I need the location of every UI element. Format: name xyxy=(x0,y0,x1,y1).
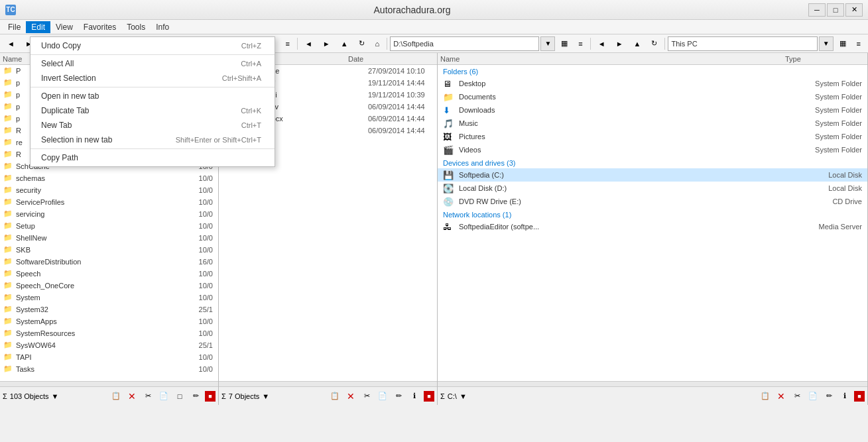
drives-header: Devices and drives (3) xyxy=(438,156,867,168)
list-item[interactable]: 📁schemas10/0 xyxy=(0,172,218,184)
left-status-copy[interactable]: 📋 xyxy=(109,390,123,403)
mid-status-count[interactable]: 7 Objects xyxy=(229,392,259,400)
toolbar-refresh-right[interactable]: ↻ xyxy=(647,36,662,51)
toolbar-back-left[interactable]: ◄ xyxy=(3,36,19,51)
toolbar-home-mid[interactable]: ⌂ xyxy=(371,36,385,51)
right-status-dropdown[interactable]: ▼ xyxy=(460,392,467,400)
left-status-paste[interactable]: 📄 xyxy=(157,390,170,403)
list-item[interactable]: 📁ServiceProfiles10/0 xyxy=(0,196,218,208)
ctx-undo-copy[interactable]: Undo Copy Ctrl+Z xyxy=(31,38,275,53)
tree-item-drive-e[interactable]: 💿 DVD RW Drive (E:) CD Drive xyxy=(438,195,867,208)
left-status-delete[interactable]: ✕ xyxy=(125,390,139,403)
ctx-select-all[interactable]: Select All Ctrl+A xyxy=(31,56,275,71)
tree-item-drive-c[interactable]: 💾 Softpedia (C:) Local Disk xyxy=(438,168,867,182)
ctx-copy-path[interactable]: Copy Path xyxy=(31,150,275,165)
toolbar-btn-list-right[interactable]: ≡ xyxy=(852,36,865,51)
tree-item[interactable]: 🖥 Desktop System Folder xyxy=(438,77,867,90)
ctx-new-tab[interactable]: New Tab Ctrl+T xyxy=(31,118,275,133)
list-item[interactable]: 📁SKB10/0 xyxy=(0,244,218,256)
list-item[interactable]: 📁TAPI10/0 xyxy=(0,351,218,363)
right-col-header: Name Type xyxy=(438,53,867,65)
toolbar-btn-list-mid[interactable]: ≡ xyxy=(574,36,587,51)
tree-item-network[interactable]: 🖧 SoftpediaEditor (softpe... Media Serve… xyxy=(438,220,867,233)
ctx-open-new-tab[interactable]: Open in new tab xyxy=(31,89,275,103)
address-right[interactable]: This PC xyxy=(668,36,817,51)
tree-item[interactable]: ⬇ Downloads System Folder xyxy=(438,103,867,117)
tree-item[interactable]: 📁 Documents System Folder xyxy=(438,90,867,103)
ctx-duplicate-tab[interactable]: Duplicate Tab Ctrl+K xyxy=(31,103,275,118)
maximize-button[interactable]: □ xyxy=(827,3,844,17)
address-right-dropdown[interactable]: ▼ xyxy=(819,36,834,51)
list-item[interactable]: 📁SystemResources10/0 xyxy=(0,327,218,339)
ctx-invert-selection[interactable]: Invert Selection Ctrl+Shift+A xyxy=(31,71,275,85)
left-status-stop[interactable]: ■ xyxy=(205,391,216,402)
list-item[interactable]: 📁servicing10/0 xyxy=(0,208,218,220)
list-item[interactable]: 📁security10/0 xyxy=(0,184,218,196)
menu-file[interactable]: File xyxy=(3,21,26,33)
mid-status-delete[interactable]: ✕ xyxy=(344,390,357,403)
minimize-button[interactable]: ─ xyxy=(808,3,826,17)
right-status-stop[interactable]: ■ xyxy=(854,391,865,402)
address-mid-dropdown[interactable]: ▼ xyxy=(540,36,555,51)
toolbar-back-mid[interactable]: ◄ xyxy=(300,36,317,51)
right-status-rename[interactable]: ✏ xyxy=(822,390,836,403)
toolbar-forward-mid[interactable]: ► xyxy=(318,36,335,51)
list-item[interactable]: 📁Speech10/0 xyxy=(0,268,218,280)
folder-icon: 📁 xyxy=(3,161,13,172)
mid-status-paste[interactable]: 📄 xyxy=(376,390,389,403)
left-scrollbar[interactable] xyxy=(0,381,218,386)
mid-status-stop[interactable]: ■ xyxy=(424,391,434,402)
list-item[interactable]: 📁SystemApps10/0 xyxy=(0,315,218,327)
right-status-cut[interactable]: ✂ xyxy=(790,390,804,403)
toolbar-btn-list[interactable]: ≡ xyxy=(280,36,294,51)
list-item[interactable]: 📁SysWOW6425/1 xyxy=(0,339,218,351)
list-item[interactable]: 📁System3225/1 xyxy=(0,304,218,315)
mid-status-dropdown[interactable]: ▼ xyxy=(262,392,269,400)
close-button[interactable]: ✕ xyxy=(845,3,863,17)
folder-icon: 📁 xyxy=(3,280,13,291)
list-item[interactable]: 📁ShellNew10/0 xyxy=(0,232,218,244)
right-status-sigma: Σ xyxy=(440,392,445,400)
menu-info[interactable]: Info xyxy=(151,21,174,33)
mid-status-cut[interactable]: ✂ xyxy=(360,390,373,403)
tree-item[interactable]: 🎬 Videos System Folder xyxy=(438,143,867,156)
toolbar-back-right[interactable]: ◄ xyxy=(593,36,610,51)
left-status-dropdown[interactable]: ▼ xyxy=(52,392,59,400)
list-item[interactable]: 📁Tasks10/0 xyxy=(0,363,218,375)
left-status-count[interactable]: 103 Objects xyxy=(10,392,49,400)
menu-tools[interactable]: Tools xyxy=(121,21,151,33)
tree-item-drive-d[interactable]: 💽 Local Disk (D:) Local Disk xyxy=(438,182,867,195)
mid-status-copy[interactable]: 📋 xyxy=(328,390,341,403)
folder-icon: 📁 xyxy=(3,328,13,339)
tree-item[interactable]: 🎵 Music System Folder xyxy=(438,117,867,130)
right-status-path[interactable]: C:\ xyxy=(448,392,457,400)
right-status-delete[interactable]: ✕ xyxy=(775,390,788,403)
right-scrollbar[interactable] xyxy=(438,381,867,386)
mid-status-rename[interactable]: ✏ xyxy=(392,390,405,403)
left-status-info[interactable]: ✏ xyxy=(189,390,202,403)
toolbar-forward-right[interactable]: ► xyxy=(611,36,628,51)
toolbar-btn-icons-right[interactable]: ▦ xyxy=(835,36,851,51)
left-status-cut[interactable]: ✂ xyxy=(141,390,155,403)
address-mid[interactable]: D:\Softpedia xyxy=(390,36,539,51)
toolbar-up-right[interactable]: ▲ xyxy=(629,36,646,51)
list-item[interactable]: 📁Setup10/0 xyxy=(0,220,218,232)
menu-view[interactable]: View xyxy=(50,21,78,33)
list-item[interactable]: 📁SoftwareDistribution16/0 xyxy=(0,256,218,268)
tree-item[interactable]: 🖼 Pictures System Folder xyxy=(438,130,867,143)
menu-favorites[interactable]: Favorites xyxy=(78,21,121,33)
toolbar-refresh-mid[interactable]: ↻ xyxy=(354,36,369,51)
right-status-paste[interactable]: 📄 xyxy=(806,390,820,403)
list-item[interactable]: 📁System10/0 xyxy=(0,292,218,304)
toolbar-btn-icons-mid[interactable]: ▦ xyxy=(556,36,572,51)
mid-status-info[interactable]: ℹ xyxy=(408,390,421,403)
mid-scrollbar[interactable] xyxy=(219,381,437,386)
list-item[interactable]: 📁Speech_OneCore10/0 xyxy=(0,280,218,292)
ctx-selection-new-tab[interactable]: Selection in new tab Shift+Enter or Shif… xyxy=(31,133,275,147)
right-status-info[interactable]: ℹ xyxy=(838,390,851,403)
right-status-copy[interactable]: 📋 xyxy=(759,390,772,403)
menu-edit[interactable]: Edit xyxy=(26,21,50,33)
right-status: Σ C:\ ▼ 📋 ✕ ✂ 📄 ✏ ℹ ■ xyxy=(438,386,867,405)
left-status-new[interactable]: □ xyxy=(173,390,186,403)
toolbar-up-mid[interactable]: ▲ xyxy=(336,36,353,51)
